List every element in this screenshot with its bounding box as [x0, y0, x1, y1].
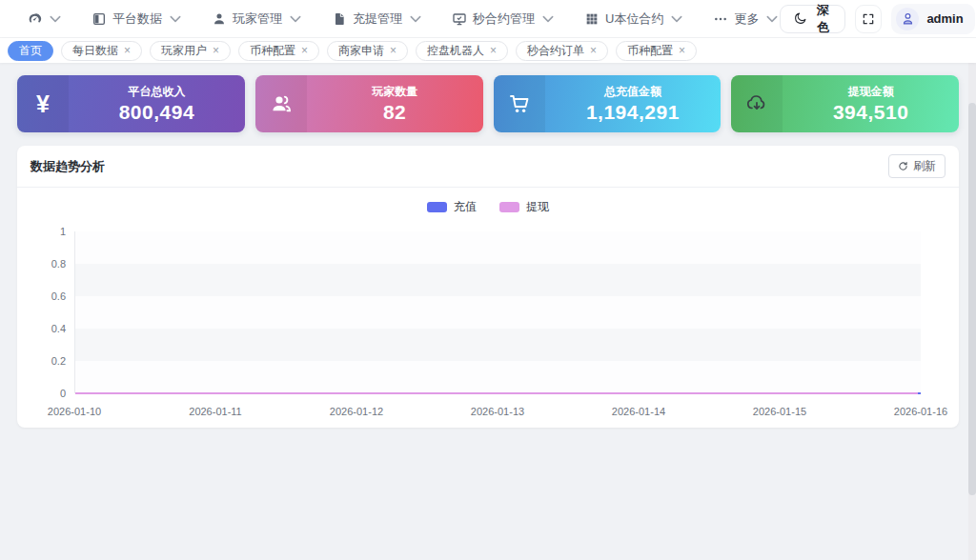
stat-card-1: 玩家数量82 [255, 75, 483, 132]
nav-item-label: 秒合约管理 [473, 10, 535, 28]
tab-7[interactable]: 币种配置× [616, 41, 697, 61]
stat-card-value: 1,194,291 [586, 101, 680, 124]
close-icon[interactable]: × [590, 45, 597, 56]
ellipsis-icon [713, 11, 728, 27]
grid-band [75, 361, 921, 393]
legend-swatch [499, 202, 519, 212]
x-axis-tick: 2026-01-14 [612, 406, 665, 417]
nav-item-u-contract[interactable]: U本位合约 [584, 10, 684, 28]
tab-5[interactable]: 控盘机器人× [416, 41, 508, 61]
refresh-label: 刷新 [913, 158, 936, 174]
cart-icon [494, 75, 545, 132]
trend-panel: 数据趋势分析 刷新 充值提现 2026-01-102026-01-112026-… [17, 146, 959, 428]
y-axis-tick: 0.2 [32, 355, 66, 367]
y-axis-tick: 1 [32, 226, 66, 237]
fullscreen-icon [862, 12, 875, 26]
stat-card-title: 总充值金额 [604, 84, 661, 100]
tab-home[interactable]: 首页 [8, 41, 53, 61]
tab-label: 商家申请 [338, 43, 384, 59]
close-icon[interactable]: × [213, 45, 219, 56]
tab-bar: 首页每日数据×玩家用户×币种配置×商家申请×控盘机器人×秒合约订单×币种配置× [0, 38, 976, 63]
stat-card-0: ¥平台总收入800,494 [17, 75, 245, 132]
tab-6[interactable]: 秒合约订单× [516, 41, 608, 61]
speedometer-icon [27, 11, 42, 27]
y-axis-tick: 0.8 [32, 258, 66, 270]
dark-mode-label: 深色 [814, 2, 831, 36]
close-icon[interactable]: × [124, 45, 131, 56]
panel-title: 数据趋势分析 [30, 158, 105, 175]
legend-item-提现[interactable]: 提现 [499, 199, 549, 215]
nav-item-seconds-contract[interactable]: 秒合约管理 [452, 10, 556, 28]
chevron-down-icon [540, 11, 556, 27]
tab-label: 币种配置 [627, 43, 673, 59]
chevron-down-icon [408, 11, 423, 27]
close-icon[interactable]: × [301, 45, 308, 56]
grid-band [75, 296, 921, 329]
tab-label: 控盘机器人 [427, 43, 484, 59]
legend-label: 提现 [526, 199, 549, 215]
close-icon[interactable]: × [390, 45, 396, 56]
nav-item-label: 平台数据 [112, 10, 162, 28]
tab-label: 每日数据 [72, 43, 118, 59]
chart-legend: 充值提现 [32, 199, 944, 215]
refresh-button[interactable]: 刷新 [888, 154, 946, 178]
yuan-icon: ¥ [17, 75, 69, 132]
legend-label: 充值 [454, 199, 477, 215]
x-axis-tick: 2026-01-16 [894, 406, 947, 417]
nav-item-platform-data[interactable]: 平台数据 [92, 10, 183, 28]
grid-band [75, 231, 921, 264]
main-content: ¥平台总收入800,494玩家数量82总充值金额1,194,291提现金额394… [0, 63, 976, 428]
y-axis-tick: 0.6 [32, 290, 66, 302]
chevron-down-icon [764, 11, 780, 27]
chevron-down-icon [288, 11, 303, 27]
trend-panel-header: 数据趋势分析 刷新 [17, 146, 959, 188]
stat-card-value: 394,510 [833, 101, 908, 124]
stat-card-body: 提现金额394,510 [783, 75, 959, 132]
topbar: 平台数据玩家管理充提管理秒合约管理U本位合约更多 深色 admin [0, 0, 976, 38]
user-menu[interactable]: admin [891, 4, 974, 34]
moon-icon [793, 11, 807, 26]
dark-mode-button[interactable]: 深色 [780, 5, 844, 33]
page-scrollbar-thumb[interactable] [968, 103, 976, 495]
username: admin [926, 11, 963, 26]
stat-card-title: 提现金额 [848, 84, 894, 100]
monitor-icon [452, 11, 467, 27]
trend-chart: 充值提现 2026-01-102026-01-112026-01-122026-… [32, 188, 944, 428]
tab-2[interactable]: 玩家用户× [150, 41, 231, 61]
nav-item-more[interactable]: 更多 [713, 10, 780, 28]
tab-3[interactable]: 币种配置× [238, 41, 319, 61]
y-axis-tick: 0.4 [32, 323, 66, 334]
x-axis-tick: 2026-01-11 [189, 406, 241, 417]
close-icon[interactable]: × [490, 45, 497, 56]
nav-item-label: U本位合约 [605, 10, 663, 28]
stat-card-2: 总充值金额1,194,291 [494, 75, 722, 132]
page-scrollbar-track[interactable] [968, 63, 976, 560]
tab-1[interactable]: 每日数据× [61, 41, 142, 61]
chart-x-axis: 2026-01-102026-01-112026-01-122026-01-13… [74, 406, 921, 418]
user-icon [212, 11, 227, 27]
x-axis-tick: 2026-01-10 [48, 406, 101, 417]
stat-cards-row: ¥平台总收入800,494玩家数量82总充值金额1,194,291提现金额394… [17, 75, 959, 132]
tab-label: 玩家用户 [161, 43, 207, 59]
nav-item-dashboard[interactable] [27, 11, 63, 27]
stat-card-body: 平台总收入800,494 [69, 75, 245, 132]
tab-label: 币种配置 [250, 43, 295, 59]
x-axis-tick: 2026-01-12 [330, 406, 383, 417]
chevron-down-icon [48, 11, 63, 27]
nav-item-player-mgmt[interactable]: 玩家管理 [212, 10, 303, 28]
fullscreen-button[interactable] [855, 5, 883, 33]
legend-item-充值[interactable]: 充值 [427, 199, 477, 215]
grid-band [75, 264, 921, 296]
close-icon[interactable]: × [679, 45, 685, 56]
document-icon [332, 11, 347, 27]
topbar-actions: 深色 admin [780, 4, 974, 34]
x-axis-tick: 2026-01-15 [753, 406, 806, 417]
nav-item-deposit-withdraw[interactable]: 充提管理 [332, 10, 423, 28]
stat-card-3: 提现金额394,510 [731, 75, 959, 132]
legend-swatch [427, 202, 447, 212]
tab-4[interactable]: 商家申请× [327, 41, 408, 61]
stat-card-value: 800,494 [119, 101, 194, 124]
refresh-icon [898, 161, 908, 171]
avatar [896, 8, 919, 30]
stat-card-body: 玩家数量82 [307, 75, 483, 132]
